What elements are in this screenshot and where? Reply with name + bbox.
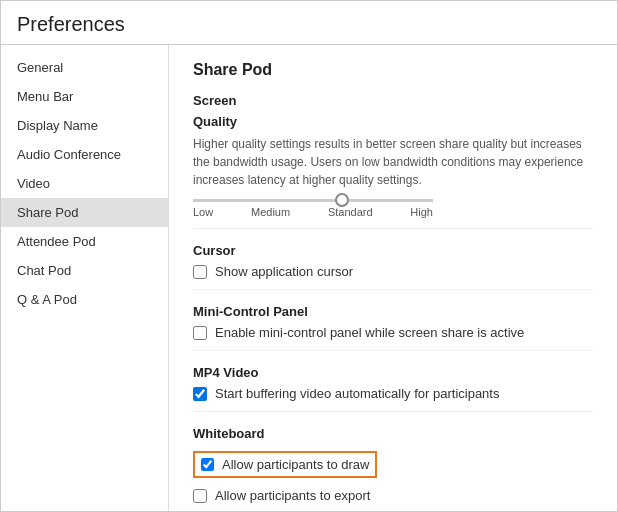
- mp4-row: Start buffering video automatically for …: [193, 386, 593, 401]
- page-title: Preferences: [17, 13, 601, 36]
- divider-4: [193, 411, 593, 412]
- mp4-label: MP4 Video: [193, 365, 593, 380]
- main-title: Share Pod: [193, 61, 593, 79]
- slider-label-high: High: [410, 206, 433, 218]
- slider-label-low: Low: [193, 206, 213, 218]
- divider-3: [193, 350, 593, 351]
- sidebar: General Menu Bar Display Name Audio Conf…: [1, 45, 169, 511]
- slider-track: [193, 199, 433, 202]
- sidebar-item-qa-pod[interactable]: Q & A Pod: [1, 285, 168, 314]
- sidebar-item-menu-bar[interactable]: Menu Bar: [1, 82, 168, 111]
- sidebar-item-display-name[interactable]: Display Name: [1, 111, 168, 140]
- quality-description: Higher quality settings results in bette…: [193, 135, 593, 189]
- slider-thumb: [335, 193, 349, 207]
- mini-control-description[interactable]: Enable mini-control panel while screen s…: [215, 325, 524, 340]
- slider-labels: Low Medium Standard High: [193, 206, 433, 218]
- slider-label-medium: Medium: [251, 206, 290, 218]
- main-content: Share Pod Screen Quality Higher quality …: [169, 45, 617, 511]
- allow-draw-checkbox[interactable]: [201, 458, 214, 471]
- quality-slider-container[interactable]: Low Medium Standard High: [193, 199, 593, 218]
- sidebar-item-audio-conference[interactable]: Audio Conference: [1, 140, 168, 169]
- allow-export-label[interactable]: Allow participants to export: [215, 488, 370, 503]
- show-cursor-label[interactable]: Show application cursor: [215, 264, 353, 279]
- mini-control-label: Mini-Control Panel: [193, 304, 593, 319]
- mini-control-row: Enable mini-control panel while screen s…: [193, 325, 593, 340]
- whiteboard-label: Whiteboard: [193, 426, 593, 441]
- allow-export-row: Allow participants to export: [193, 488, 593, 503]
- quality-label: Quality: [193, 114, 593, 129]
- sidebar-item-general[interactable]: General: [1, 53, 168, 82]
- mp4-checkbox[interactable]: [193, 387, 207, 401]
- slider-label-standard: Standard: [328, 206, 373, 218]
- show-cursor-row: Show application cursor: [193, 264, 593, 279]
- cursor-label: Cursor: [193, 243, 593, 258]
- sidebar-item-share-pod[interactable]: Share Pod: [1, 198, 168, 227]
- mini-control-checkbox[interactable]: [193, 326, 207, 340]
- allow-draw-label[interactable]: Allow participants to draw: [222, 457, 369, 472]
- slider-fill: [193, 199, 342, 202]
- allow-draw-highlighted-row: Allow participants to draw: [193, 451, 377, 478]
- screen-section-label: Screen: [193, 93, 593, 108]
- sidebar-item-video[interactable]: Video: [1, 169, 168, 198]
- show-cursor-checkbox[interactable]: [193, 265, 207, 279]
- divider-2: [193, 289, 593, 290]
- divider-1: [193, 228, 593, 229]
- allow-export-checkbox[interactable]: [193, 489, 207, 503]
- sidebar-item-attendee-pod[interactable]: Attendee Pod: [1, 227, 168, 256]
- sidebar-item-chat-pod[interactable]: Chat Pod: [1, 256, 168, 285]
- mp4-description[interactable]: Start buffering video automatically for …: [215, 386, 499, 401]
